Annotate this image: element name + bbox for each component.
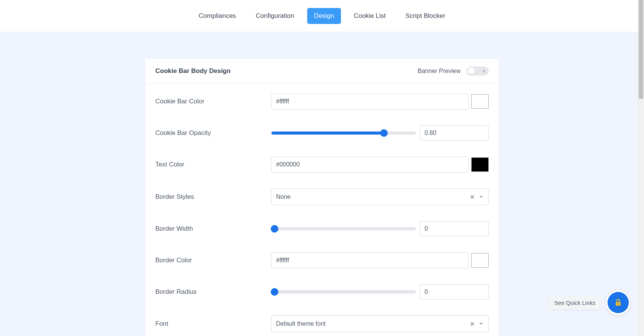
clear-icon[interactable]: ✕ bbox=[470, 193, 475, 201]
cookie-bar-color-swatch[interactable] bbox=[471, 94, 489, 109]
border-styles-select[interactable]: None ✕ bbox=[271, 189, 489, 205]
close-icon: ✕ bbox=[482, 68, 486, 74]
fab-button[interactable] bbox=[608, 292, 629, 313]
banner-preview-label: Banner Preview bbox=[418, 68, 461, 74]
banner-preview-toggle[interactable]: ✕ bbox=[467, 67, 489, 76]
border-color-swatch[interactable] bbox=[471, 253, 489, 268]
border-radius-slider-thumb[interactable] bbox=[271, 288, 278, 296]
tab-cookie-list[interactable]: Cookie List bbox=[347, 8, 393, 24]
label-border-radius: Border Radius bbox=[155, 288, 271, 296]
tab-configuration[interactable]: Configuration bbox=[249, 8, 301, 24]
border-styles-value: None bbox=[276, 193, 290, 200]
toggle-knob bbox=[468, 68, 475, 74]
row-cookie-bar-opacity: Cookie Bar Opacity 0.80 bbox=[155, 125, 489, 141]
vertical-scrollbar[interactable] bbox=[638, 0, 644, 336]
row-border-radius: Border Radius 0 bbox=[155, 284, 489, 300]
row-font: Font Default theme font ✕ bbox=[155, 315, 489, 332]
border-width-slider[interactable] bbox=[271, 227, 416, 230]
row-border-width: Border Width 0 bbox=[155, 221, 489, 236]
svg-point-1 bbox=[618, 303, 619, 304]
opacity-value[interactable]: 0.80 bbox=[420, 125, 489, 141]
scrollbar-thumb[interactable] bbox=[639, 0, 643, 99]
quick-links-button[interactable]: See Quick Links bbox=[548, 296, 601, 310]
card-body: Cookie Bar Color Cookie Bar Opacity 0.80 bbox=[145, 84, 499, 336]
row-border-color: Border Color bbox=[155, 252, 489, 268]
label-border-width: Border Width bbox=[155, 225, 271, 233]
chevron-down-icon[interactable] bbox=[478, 321, 484, 327]
row-text-color: Text Color bbox=[155, 157, 489, 173]
tab-design[interactable]: Design bbox=[307, 8, 341, 24]
label-font: Font bbox=[155, 320, 271, 328]
label-border-color: Border Color bbox=[155, 257, 271, 264]
text-color-swatch[interactable] bbox=[471, 157, 489, 172]
label-cookie-bar-color: Cookie Bar Color bbox=[155, 98, 271, 105]
border-radius-slider[interactable] bbox=[271, 290, 416, 293]
tab-script-blocker[interactable]: Script Blocker bbox=[399, 8, 452, 24]
top-navigation: Compliances Configuration Design Cookie … bbox=[0, 0, 644, 32]
border-color-input[interactable] bbox=[271, 252, 469, 268]
font-value: Default theme font bbox=[276, 320, 326, 327]
label-text-color: Text Color bbox=[155, 161, 271, 168]
floating-controls: See Quick Links bbox=[548, 292, 629, 313]
lock-icon bbox=[614, 298, 622, 307]
card-title: Cookie Bar Body Design bbox=[155, 67, 230, 75]
row-border-styles: Border Styles None ✕ bbox=[155, 189, 489, 205]
tab-compliances[interactable]: Compliances bbox=[192, 8, 243, 24]
opacity-slider-thumb[interactable] bbox=[380, 129, 388, 137]
cookie-bar-color-input[interactable] bbox=[271, 94, 469, 109]
preview-section: Banner Preview ✕ bbox=[418, 67, 489, 76]
chevron-down-icon[interactable] bbox=[478, 194, 484, 200]
design-card: Cookie Bar Body Design Banner Preview ✕ … bbox=[145, 59, 499, 336]
font-select[interactable]: Default theme font ✕ bbox=[271, 315, 489, 332]
label-border-styles: Border Styles bbox=[155, 193, 271, 201]
row-cookie-bar-color: Cookie Bar Color bbox=[155, 94, 489, 109]
border-radius-value[interactable]: 0 bbox=[420, 284, 489, 300]
clear-icon[interactable]: ✕ bbox=[470, 320, 475, 328]
text-color-input[interactable] bbox=[271, 157, 469, 173]
border-width-value[interactable]: 0 bbox=[420, 221, 489, 236]
border-width-slider-thumb[interactable] bbox=[271, 225, 278, 233]
card-header: Cookie Bar Body Design Banner Preview ✕ bbox=[145, 59, 499, 84]
label-cookie-bar-opacity: Cookie Bar Opacity bbox=[155, 129, 271, 137]
opacity-slider[interactable] bbox=[271, 132, 416, 135]
content-area: Cookie Bar Body Design Banner Preview ✕ … bbox=[0, 32, 644, 336]
